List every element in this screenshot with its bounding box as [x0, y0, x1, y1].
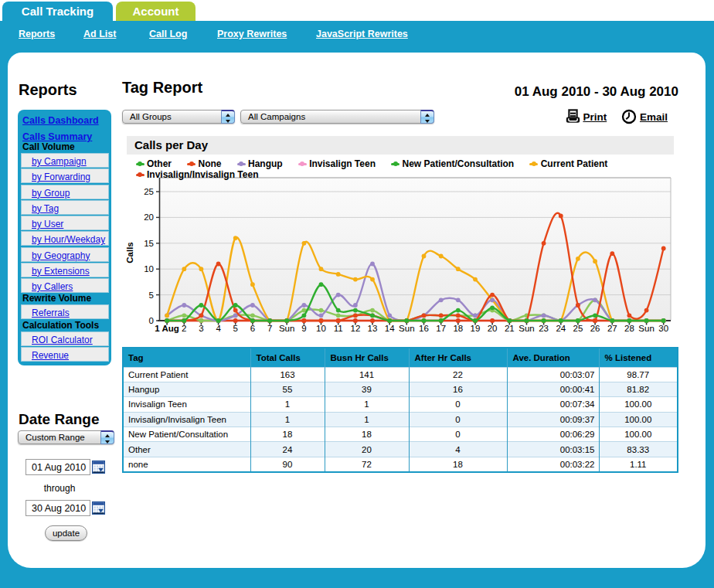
svg-text:21: 21 [505, 324, 515, 333]
svg-text:14: 14 [385, 324, 395, 333]
svg-text:7: 7 [267, 324, 272, 333]
svg-text:13: 13 [368, 324, 378, 333]
svg-text:16: 16 [419, 324, 429, 333]
svg-text:27: 27 [607, 324, 617, 333]
svg-text:5: 5 [149, 291, 154, 300]
svg-text:11: 11 [334, 324, 343, 333]
svg-text:Sun: Sun [638, 324, 654, 333]
svg-text:Calls: Calls [125, 242, 134, 263]
svg-text:24: 24 [556, 324, 566, 333]
svg-text:Sun: Sun [518, 324, 534, 333]
svg-text:5: 5 [233, 324, 237, 333]
svg-text:10: 10 [316, 324, 326, 333]
svg-text:1 Aug: 1 Aug [155, 324, 179, 333]
svg-text:0: 0 [149, 316, 154, 325]
svg-text:9: 9 [301, 324, 306, 333]
svg-text:17: 17 [436, 324, 446, 333]
svg-text:12: 12 [351, 324, 361, 333]
svg-text:6: 6 [250, 324, 255, 333]
svg-text:4: 4 [216, 324, 221, 333]
svg-text:18: 18 [453, 324, 463, 333]
svg-text:3: 3 [199, 324, 203, 333]
svg-text:26: 26 [590, 324, 600, 333]
svg-text:20: 20 [144, 212, 154, 222]
svg-text:19: 19 [471, 324, 481, 333]
svg-text:Sun: Sun [399, 324, 414, 333]
svg-text:28: 28 [624, 324, 634, 333]
svg-text:30: 30 [658, 324, 668, 333]
svg-text:10: 10 [144, 264, 154, 274]
svg-text:25: 25 [144, 187, 154, 196]
svg-text:Sun: Sun [279, 324, 294, 333]
svg-text:23: 23 [539, 324, 549, 333]
svg-text:2: 2 [182, 324, 186, 333]
svg-text:20: 20 [488, 324, 498, 333]
svg-text:15: 15 [144, 239, 154, 248]
svg-text:25: 25 [573, 324, 583, 333]
